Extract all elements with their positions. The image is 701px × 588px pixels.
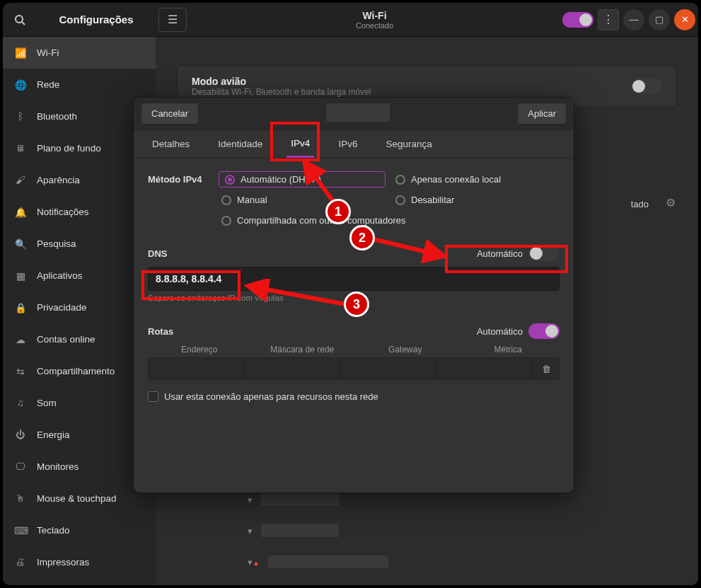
- sidebar-item-label: Mouse & touchpad: [37, 493, 117, 504]
- tab-ipv6[interactable]: IPv6: [334, 132, 361, 156]
- page-title: Wi-Fi: [187, 10, 562, 21]
- only-local-label: Usar esta conexão apenas para recursos n…: [164, 391, 378, 402]
- ipv4-method-radio[interactable]: Desabilitar: [393, 192, 560, 208]
- delete-route-icon[interactable]: 🗑: [533, 358, 559, 379]
- search-button[interactable]: [3, 3, 37, 37]
- sidebar-icon: ᛒ: [14, 111, 27, 122]
- connection-settings-dialog: Cancelar Aplicar DetalhesIdentidadeIPv4I…: [133, 97, 574, 493]
- radio-label: Automático (DHCP): [241, 174, 321, 185]
- ipv4-method-radio[interactable]: Apenas conexão local: [393, 171, 560, 188]
- cancel-button[interactable]: Cancelar: [141, 103, 199, 125]
- airplane-sub: Desabilita Wi-Fi, Bluetooth e banda larg…: [192, 87, 371, 97]
- page-subtitle: Conectado: [187, 21, 562, 30]
- sidebar-item-teclado[interactable]: ⌨Teclado: [3, 514, 156, 546]
- radio-dot-icon: [395, 175, 405, 185]
- sidebar-item-label: Energia: [37, 430, 70, 440]
- sidebar-item-rede[interactable]: 🌐Rede: [3, 69, 156, 100]
- wifi-master-toggle[interactable]: [562, 12, 593, 28]
- svg-line-1: [22, 22, 25, 25]
- close-button[interactable]: ✕: [674, 9, 695, 30]
- sidebar-icon: 🖥: [14, 143, 27, 154]
- sidebar-item-label: Plano de fundo: [37, 143, 101, 154]
- app-title: Configurações: [37, 13, 156, 25]
- wifi-network-list: ▾ ▾ ▾▲: [248, 484, 615, 577]
- wifi-signal-icon: ▾: [248, 495, 253, 505]
- sidebar-icon: 🖱: [14, 493, 27, 504]
- sidebar-item-label: Aplicativos: [37, 270, 83, 281]
- sidebar-icon: ⏻: [14, 430, 27, 440]
- radio-label: Manual: [237, 195, 267, 205]
- tab-ipv4[interactable]: IPv4: [286, 131, 314, 158]
- sidebar-icon: 📶: [14, 47, 27, 59]
- radio-label: Compartilhada com outros computadores: [237, 215, 405, 226]
- sidebar-icon: 🔍: [14, 238, 27, 250]
- wifi-signal-icon: ▾▲: [248, 557, 260, 567]
- sidebar-icon: 🖵: [14, 461, 27, 472]
- sidebar-item-label: Teclado: [37, 525, 70, 536]
- tab-identidade[interactable]: Identidade: [214, 132, 267, 156]
- sidebar-item-label: Compartilhamento: [37, 366, 115, 376]
- minimize-button[interactable]: —: [623, 9, 644, 30]
- sidebar-item-label: Notificações: [37, 207, 89, 217]
- sidebar-icon: ☁: [14, 334, 27, 345]
- sidebar-item-label: Monitores: [37, 461, 79, 472]
- connected-label-partial: tado: [631, 199, 649, 209]
- sidebar-item-label: Impressoras: [37, 557, 89, 567]
- sidebar-item-wi-fi[interactable]: 📶Wi-Fi: [3, 37, 156, 69]
- hamburger-button[interactable]: ☰: [158, 8, 187, 32]
- route-col-header: Endereço: [148, 345, 251, 354]
- kebab-menu-button[interactable]: ⋮: [598, 9, 619, 30]
- route-col-header: Gateway: [354, 345, 457, 354]
- sidebar-item-label: Contas online: [37, 334, 95, 345]
- list-item[interactable]: ▾▲: [248, 546, 615, 577]
- sidebar-item-label: Som: [37, 398, 57, 408]
- apply-button[interactable]: Aplicar: [517, 103, 567, 125]
- only-local-checkbox[interactable]: [148, 391, 158, 402]
- sidebar-icon: 🔔: [14, 207, 27, 218]
- sidebar-icon: 🖨: [14, 557, 27, 567]
- routes-auto-label: Automático: [477, 326, 523, 337]
- dns-label: DNS: [148, 248, 477, 259]
- sidebar-item-label: Aparência: [37, 175, 80, 185]
- radio-label: Apenas conexão local: [411, 174, 501, 185]
- sidebar-item-label: Wi-Fi: [37, 47, 59, 58]
- ipv4-method-radio[interactable]: Compartilhada com outros computadores: [219, 212, 560, 229]
- ipv4-method-radio[interactable]: Automático (DHCP): [219, 171, 386, 188]
- sidebar-icon: ▦: [14, 270, 27, 282]
- sidebar-item-label: Pesquisa: [37, 238, 76, 249]
- dns-hint: Separe os endereços IP com vírgulas: [148, 294, 560, 302]
- tab-detalhes[interactable]: Detalhes: [148, 132, 194, 156]
- sidebar-item-label: Rede: [37, 79, 59, 90]
- route-row[interactable]: 🗑: [148, 357, 560, 380]
- dialog-title-redacted: [326, 103, 390, 122]
- sidebar-icon: ⇆: [14, 366, 27, 377]
- sidebar-icon: 🖌: [14, 175, 27, 185]
- wifi-signal-icon: ▾: [248, 526, 253, 536]
- sidebar-icon: ♫: [14, 398, 27, 408]
- routes-auto-toggle[interactable]: [528, 323, 560, 339]
- radio-dot-icon: [221, 195, 231, 205]
- sidebar-icon: ⌨: [14, 525, 27, 536]
- list-item[interactable]: ▾: [248, 515, 615, 546]
- radio-dot-icon: [221, 216, 231, 226]
- ipv4-method-label: Método IPv4: [148, 171, 219, 185]
- sidebar-item-label: Privacidade: [37, 302, 87, 313]
- airplane-toggle[interactable]: [631, 79, 662, 94]
- sidebar-icon: 🔒: [14, 302, 27, 313]
- dns-auto-label: Automático: [477, 248, 523, 259]
- route-col-header: Métrica: [457, 345, 560, 354]
- sidebar-item-impressoras[interactable]: 🖨Impressoras: [3, 546, 156, 578]
- route-col-header: Máscara de rede: [251, 345, 354, 354]
- airplane-title: Modo avião: [192, 76, 371, 87]
- routes-label: Rotas: [148, 326, 477, 337]
- svg-point-0: [16, 16, 23, 23]
- ipv4-method-radio[interactable]: Manual: [219, 192, 386, 208]
- sidebar-item-label: Bluetooth: [37, 111, 77, 122]
- network-settings-icon[interactable]: ⚙: [666, 196, 676, 209]
- tab-segurança[interactable]: Segurança: [381, 132, 436, 156]
- dns-auto-toggle[interactable]: [528, 246, 560, 261]
- radio-dot-icon: [225, 175, 235, 185]
- radio-label: Desabilitar: [411, 195, 454, 205]
- maximize-button[interactable]: ▢: [649, 9, 670, 30]
- dns-input[interactable]: [148, 267, 560, 291]
